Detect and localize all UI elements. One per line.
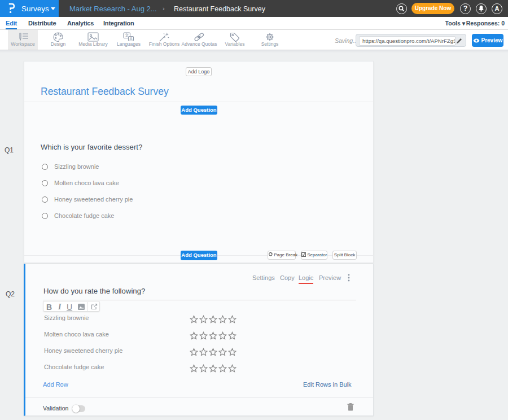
svg-text:A: A — [130, 37, 133, 41]
